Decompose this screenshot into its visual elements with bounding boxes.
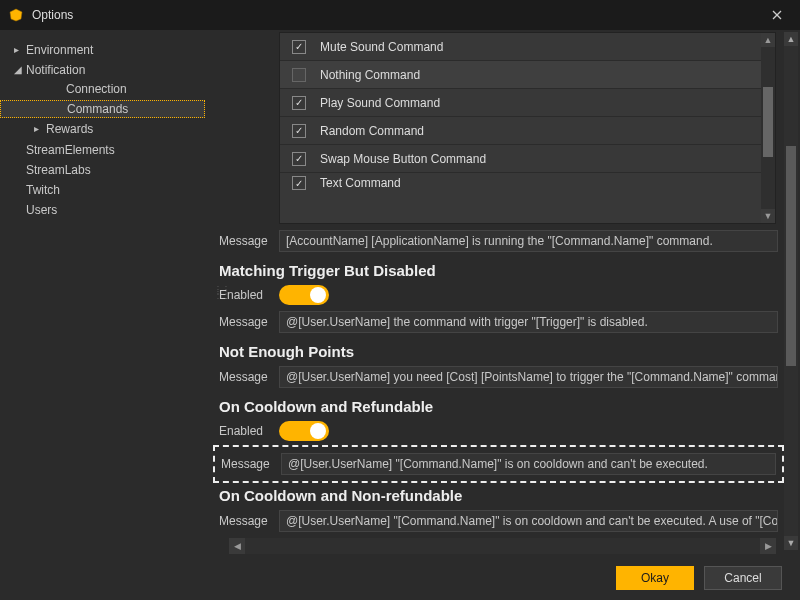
command-row[interactable]: ✓Nothing Command [280, 61, 775, 89]
tree-item-streamelements[interactable]: StreamElements [0, 141, 205, 159]
horizontal-scrollbar[interactable]: ◀ ▶ [229, 538, 776, 554]
options-tree: ▸Environment ◢Notification Connection Co… [0, 40, 205, 220]
chevron-right-icon: ▸ [14, 41, 24, 59]
checkbox-icon[interactable]: ✓ [292, 68, 306, 82]
toggle-knob [310, 287, 326, 303]
message-input-cooldown-refundable[interactable]: @[User.UserName] "[Command.Name]" is on … [281, 453, 776, 475]
message-label: Message [221, 457, 281, 471]
tree-item-rewards[interactable]: ▸Rewards [0, 120, 205, 138]
close-button[interactable] [762, 0, 792, 30]
svg-marker-0 [10, 9, 22, 21]
okay-button[interactable]: Okay [616, 566, 694, 590]
dialog-footer: Okay Cancel [0, 556, 800, 600]
message-input-matching-disabled[interactable]: @[User.UserName] the command with trigge… [279, 311, 778, 333]
scroll-up-icon[interactable]: ▲ [761, 33, 775, 47]
section-heading-not-enough-points: Not Enough Points [219, 343, 778, 360]
command-row[interactable]: ✓Swap Mouse Button Command [280, 145, 775, 173]
scroll-up-icon[interactable]: ▲ [784, 32, 798, 46]
message-label: Message [219, 514, 279, 528]
checkbox-icon[interactable]: ✓ [292, 152, 306, 166]
tree-item-notification[interactable]: ◢Notification [0, 61, 205, 79]
checkbox-icon[interactable]: ✓ [292, 40, 306, 54]
chevron-right-icon: ▸ [34, 120, 44, 138]
section-heading-matching-disabled: Matching Trigger But Disabled [219, 262, 778, 279]
message-input-cooldown-nonrefundable[interactable]: @[User.UserName] "[Command.Name]" is on … [279, 510, 778, 532]
cancel-button[interactable]: Cancel [704, 566, 782, 590]
message-label: Message [219, 234, 279, 248]
tree-item-connection[interactable]: Connection [0, 80, 205, 98]
section-heading-cooldown-nonrefundable: On Cooldown and Non-refundable [219, 487, 778, 504]
commands-scrollbar[interactable]: ▲ ▼ [761, 33, 775, 223]
toggle-matching-disabled[interactable] [279, 285, 329, 305]
command-row[interactable]: ✓Mute Sound Command [280, 33, 775, 61]
scroll-down-icon[interactable]: ▼ [761, 209, 775, 223]
checkbox-icon[interactable]: ✓ [292, 176, 306, 190]
checkbox-icon[interactable]: ✓ [292, 96, 306, 110]
grip-icon[interactable]: ⋮⋮⋮⋮ [213, 287, 229, 297]
sidebar: ▸Environment ◢Notification Connection Co… [0, 30, 205, 556]
toggle-knob [310, 423, 326, 439]
message-label: Message [219, 370, 279, 384]
titlebar: Options [0, 0, 800, 30]
tree-item-environment[interactable]: ▸Environment [0, 41, 205, 59]
scroll-thumb[interactable] [786, 146, 796, 366]
tree-item-users[interactable]: Users [0, 201, 205, 219]
highlighted-region: Message @[User.UserName] "[Command.Name]… [213, 445, 784, 483]
tree-item-commands[interactable]: Commands [0, 100, 205, 118]
checkbox-icon[interactable]: ✓ [292, 124, 306, 138]
tree-item-streamlabs[interactable]: StreamLabs [0, 161, 205, 179]
commands-checklist: ✓Mute Sound Command ✓Nothing Command ✓Pl… [279, 32, 776, 224]
message-input-not-enough-points[interactable]: @[User.UserName] you need [Cost] [Points… [279, 366, 778, 388]
scroll-right-icon[interactable]: ▶ [760, 538, 776, 554]
command-row[interactable]: ✓Random Command [280, 117, 775, 145]
command-row[interactable]: ✓Play Sound Command [280, 89, 775, 117]
close-icon [772, 10, 782, 20]
message-input-running[interactable]: [AccountName] [ApplicationName] is runni… [279, 230, 778, 252]
main-scrollbar[interactable]: ▲ ▼ [784, 32, 798, 550]
scroll-left-icon[interactable]: ◀ [229, 538, 245, 554]
app-icon [8, 7, 24, 23]
options-window: Options ▸Environment ◢Notification Conne… [0, 0, 800, 600]
window-title: Options [32, 8, 762, 22]
enabled-label: Enabled [219, 424, 279, 438]
section-heading-cooldown-refundable: On Cooldown and Refundable [219, 398, 778, 415]
main-panel: ✓Mute Sound Command ✓Nothing Command ✓Pl… [205, 30, 800, 556]
toggle-cooldown-refundable[interactable] [279, 421, 329, 441]
scroll-track[interactable] [245, 538, 760, 554]
message-label: Message [219, 315, 279, 329]
command-row[interactable]: ✓Text Command [280, 173, 775, 193]
chevron-down-icon: ◢ [14, 61, 24, 79]
tree-item-twitch[interactable]: Twitch [0, 181, 205, 199]
scroll-track[interactable] [784, 46, 798, 536]
scroll-down-icon[interactable]: ▼ [784, 536, 798, 550]
scroll-thumb[interactable] [763, 87, 773, 157]
